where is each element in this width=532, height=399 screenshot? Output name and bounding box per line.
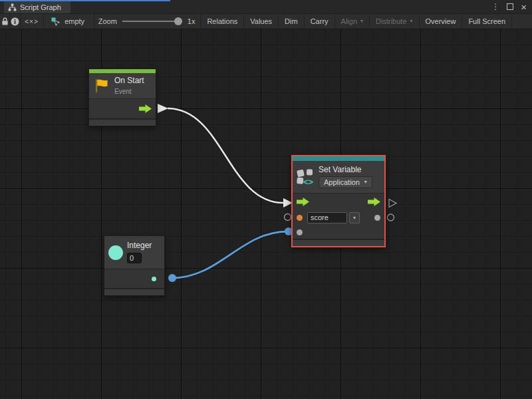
value-output-connector-circle[interactable] [388, 214, 394, 221]
node-header[interactable]: On Start Event [89, 73, 156, 99]
flow-output-port[interactable] [368, 198, 380, 206]
connections-layer [0, 29, 532, 399]
variable-name-input[interactable] [307, 212, 347, 223]
relations-button[interactable]: Relations [200, 14, 243, 29]
toolbar-right-buttons: Relations Values Dim Carry Align ▾ Distr… [200, 14, 512, 29]
node-body: ▼ [293, 194, 384, 239]
flow-wire-shadow [168, 108, 283, 203]
chevron-down-icon: ▼ [352, 215, 357, 220]
graph-toolbar: <×> empty Zoom 1x Relations [0, 13, 532, 29]
node-set-variable[interactable]: <> Set Variable Application ▾ [291, 155, 386, 247]
flow-wire-onstart-to-setvariable[interactable] [168, 108, 283, 203]
distribute-label: Distribute [376, 17, 406, 25]
chevron-down-icon: ▾ [360, 19, 363, 24]
node-subtitle: Event [114, 88, 144, 95]
graph-canvas[interactable]: On Start Event <> [0, 29, 532, 399]
dim-button[interactable]: Dim [278, 14, 304, 29]
window-close-button[interactable]: × [521, 2, 527, 12]
flow-wire-source-arrow [158, 104, 168, 113]
distribute-button[interactable]: Distribute ▾ [369, 14, 418, 29]
window-maximize-button[interactable] [507, 1, 513, 12]
info-button[interactable] [10, 14, 20, 29]
graph-breadcrumb[interactable]: empty [43, 14, 94, 29]
node-on-start[interactable]: On Start Event [88, 68, 156, 126]
node-footer [104, 288, 164, 295]
scope-label: Application [324, 178, 360, 186]
zoom-slider-handle[interactable] [174, 17, 182, 25]
chevron-down-icon: ▾ [364, 180, 367, 185]
tab-title: Script Graph [20, 3, 61, 11]
carry-button[interactable]: Carry [304, 14, 334, 29]
variable-header-stripe [293, 156, 384, 161]
integer-circle-icon [108, 245, 123, 260]
tab-script-graph[interactable]: Script Graph [4, 1, 70, 13]
flow-input-port[interactable] [297, 198, 309, 206]
relations-label: Relations [207, 17, 237, 25]
svg-text:<>: <> [303, 177, 314, 186]
variable-scope-dropdown[interactable]: Application ▾ [319, 176, 372, 188]
overview-label: Overview [426, 17, 456, 25]
node-header[interactable]: <> Set Variable Application ▾ [293, 161, 384, 194]
breadcrumb-label: empty [65, 17, 84, 25]
node-body [89, 99, 156, 118]
full-screen-button[interactable]: Full Screen [462, 14, 512, 29]
node-title: Set Variable [319, 166, 372, 174]
zoom-slider[interactable] [122, 17, 182, 26]
integer-value-input[interactable] [127, 253, 142, 263]
graph-node-icon [51, 17, 61, 26]
align-label: Align [341, 17, 357, 25]
graph-hierarchy-icon [8, 3, 17, 11]
lock-icon [1, 17, 9, 26]
tab-bar: Script Graph ⋮ × [0, 0, 532, 13]
value-wire-source-dot [168, 274, 176, 282]
value-input-port[interactable] [297, 229, 303, 235]
value-wire-integer-to-setvariable[interactable] [172, 231, 288, 278]
zoom-slider-track[interactable] [122, 21, 182, 22]
variable-name-combo: ▼ [307, 212, 360, 223]
flow-output-connector-triangle[interactable] [389, 200, 396, 207]
node-title: On Start [114, 76, 144, 85]
code-view-button[interactable]: <×> [20, 14, 43, 29]
node-footer [293, 239, 384, 246]
lock-button[interactable] [0, 14, 9, 29]
window-controls: ⋮ × [491, 0, 527, 13]
values-button[interactable]: Values [243, 14, 278, 29]
variable-name-port[interactable] [297, 215, 303, 221]
chevron-down-icon: ▾ [410, 19, 413, 24]
node-footer [89, 118, 156, 126]
maximize-icon [507, 3, 513, 10]
full-screen-label: Full Screen [468, 17, 505, 25]
carry-label: Carry [311, 17, 329, 25]
node-integer[interactable]: Integer [104, 235, 165, 296]
node-title: Integer [127, 241, 152, 250]
value-wire-shadow [172, 231, 288, 278]
align-button[interactable]: Align ▾ [334, 14, 369, 29]
dim-label: Dim [285, 17, 298, 25]
overview-button[interactable]: Overview [419, 14, 462, 29]
name-input-connector-circle[interactable] [285, 214, 291, 221]
zoom-control: Zoom 1x [94, 14, 201, 29]
node-header[interactable]: Integer [104, 236, 164, 269]
zoom-value: 1x [188, 17, 196, 25]
variable-name-dropdown-button[interactable]: ▼ [349, 212, 360, 223]
values-label: Values [250, 17, 272, 25]
info-icon [11, 17, 19, 26]
variables-icon: <> [297, 168, 315, 186]
node-body [104, 269, 164, 288]
window-menu-button[interactable]: ⋮ [491, 3, 499, 11]
flag-icon [93, 78, 110, 94]
script-graph-window: Script Graph ⋮ × <×> [0, 0, 532, 399]
zoom-label: Zoom [98, 17, 117, 25]
value-output-port[interactable] [374, 215, 380, 221]
integer-output-port[interactable] [152, 277, 156, 281]
flow-output-port[interactable] [139, 104, 152, 113]
